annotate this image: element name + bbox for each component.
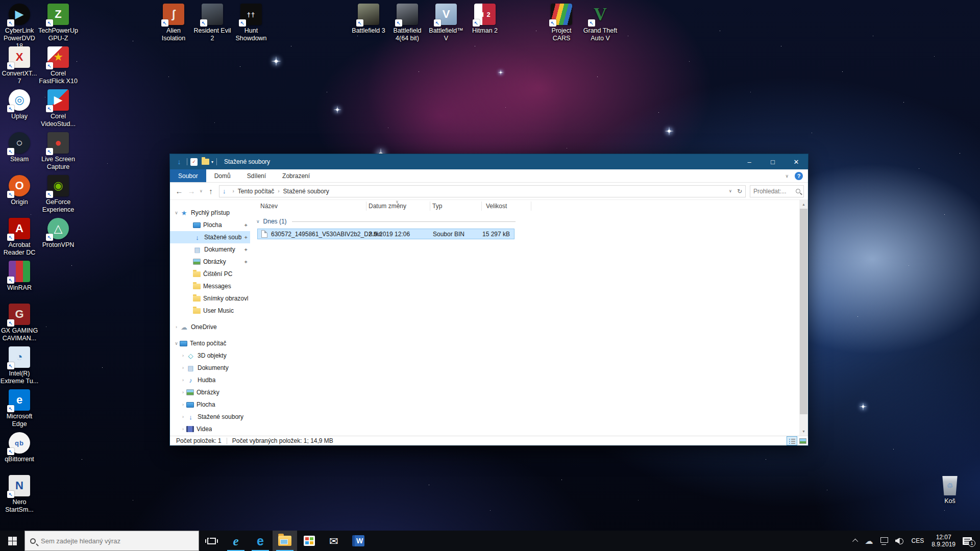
sidebar-item[interactable]: › ☁ OneDrive [170, 321, 250, 333]
sidebar-item[interactable]: Obrázky ✦ [170, 256, 250, 268]
desktop-shortcut[interactable]: ↖ Project CARS [542, 1, 581, 44]
tree-expander-icon[interactable]: › [180, 402, 186, 407]
desktop-shortcut[interactable]: ★ ↖ Corel FastFlick X10 [39, 44, 78, 87]
desktop-shortcut[interactable]: △ ↖ ProtonVPN [39, 215, 78, 258]
back-button[interactable]: ← [173, 187, 185, 195]
network-tray-icon[interactable] [877, 531, 892, 551]
desktop-shortcut[interactable]: A ↖ Acrobat Reader DC [0, 215, 39, 258]
minimize-button[interactable]: – [738, 154, 761, 169]
recent-locations-chevron-icon[interactable]: ∨ [198, 189, 205, 193]
help-icon[interactable]: ? [795, 172, 803, 180]
sidebar-item[interactable]: Messages [170, 280, 250, 292]
refresh-icon[interactable]: ↻ [737, 188, 742, 195]
column-divider[interactable] [531, 202, 531, 211]
taskbar-app-internet-explorer[interactable]: e [224, 531, 248, 551]
address-bar[interactable]: ↓ › Tento počítač › Stažené soubory ∨ ↻ [219, 185, 746, 197]
sidebar-item[interactable]: Plocha ✦ [170, 219, 250, 231]
taskbar-search[interactable] [24, 531, 199, 551]
sidebar-item[interactable]: ↓ Stažené soub ✦ [170, 231, 250, 243]
desktop-shortcut[interactable]: qb ↖ qBittorrent [0, 430, 39, 472]
sidebar-item[interactable]: › ◇ 3D objekty [170, 349, 250, 362]
title-bar[interactable]: ↓ ✓ ▾ Stažené soubory – □ ✕ [170, 154, 808, 169]
explorer-search-box[interactable]: Prohledat:... [750, 185, 804, 197]
tree-expander-icon[interactable]: › [180, 427, 186, 432]
ribbon-tab[interactable]: Domů [206, 169, 239, 182]
sidebar-item[interactable]: › Obrázky [170, 386, 250, 398]
desktop-shortcut[interactable]: O ↖ Origin [0, 172, 39, 215]
task-view-button[interactable] [199, 531, 224, 551]
column-header-type[interactable]: Typ [432, 203, 442, 210]
column-header-size[interactable]: Velikost [486, 203, 507, 210]
sidebar-item[interactable]: User Music [170, 305, 250, 317]
up-button[interactable]: ↑ [205, 187, 217, 195]
desktop-shortcut[interactable]: H 2 ↖ Hitman 2 [465, 1, 504, 44]
tree-expander-icon[interactable]: › [173, 324, 180, 330]
column-divider[interactable] [481, 202, 482, 211]
start-button[interactable] [0, 531, 24, 551]
maximize-button[interactable]: □ [761, 154, 785, 169]
desktop-shortcut[interactable]: V ↖ Grand Theft Auto V [581, 1, 620, 44]
desktop-shortcut[interactable]: ◎ ↖ Uplay [0, 87, 39, 130]
ribbon-tab[interactable]: Zobrazení [274, 169, 318, 182]
desktop-shortcut[interactable]: ○ ↖ Steam [0, 130, 39, 172]
desktop-shortcut[interactable]: ↖ WinRAR [0, 258, 39, 301]
details-view-button[interactable] [787, 436, 797, 445]
breadcrumb-downloads[interactable]: Stažené soubory [283, 188, 329, 195]
sidebar-item[interactable]: › ↓ Stažené soubory [170, 411, 250, 423]
desktop-shortcut[interactable]: V ↖ Battlefield™ V [427, 1, 465, 44]
qat-customize-caret-icon[interactable]: ▾ [211, 160, 213, 164]
column-divider[interactable] [366, 202, 366, 211]
volume-tray-icon[interactable] [892, 531, 908, 551]
tray-overflow-button[interactable] [850, 531, 862, 551]
close-button[interactable]: ✕ [785, 154, 808, 169]
sidebar-item[interactable]: › Plocha [170, 398, 250, 411]
taskbar-app-file-explorer[interactable] [273, 531, 297, 551]
column-divider[interactable] [430, 202, 430, 211]
desktop-shortcut[interactable]: Z ↖ TechPowerUp GPU-Z [39, 1, 78, 44]
language-indicator[interactable]: CES [908, 531, 928, 551]
desktop-shortcut[interactable]: ↖ Battlefield 3 [349, 1, 388, 44]
desktop-shortcut[interactable]: ▶ ↖ CyberLink PowerDVD 18 [0, 1, 39, 44]
forward-button[interactable]: → [185, 187, 198, 195]
sidebar-item[interactable]: ▤ Dokumenty ✦ [170, 243, 250, 256]
sidebar-item[interactable]: › Videa [170, 423, 250, 435]
sidebar-item[interactable]: Čištění PC [170, 268, 250, 280]
action-center-icon[interactable]: 1 [963, 537, 972, 545]
desktop-shortcut[interactable]: ↖ Resident Evil 2 [193, 1, 232, 44]
desktop-shortcut[interactable]: ◉ ↖ GeForce Experience [39, 172, 78, 215]
clock[interactable]: 12:07 8.9.2019 [927, 534, 960, 548]
desktop-shortcut[interactable]: X ↖ ConvertXT... 7 [0, 44, 39, 87]
desktop-shortcut[interactable]: ● ↖ Live Screen Capture [39, 130, 78, 172]
tree-expander-icon[interactable]: › [180, 365, 186, 370]
taskbar-app-edge[interactable]: e [248, 531, 273, 551]
sidebar-item[interactable]: Snímky obrazovl [170, 292, 250, 305]
address-dropdown-chevron-icon[interactable]: ∨ [729, 189, 732, 193]
tree-expander-icon[interactable]: › [180, 353, 186, 358]
new-folder-qat-icon[interactable] [202, 159, 209, 165]
onedrive-tray-icon[interactable]: ☁ [862, 531, 877, 551]
file-row[interactable]: 630572_1495861_V530ABIV2b2_D2.bin 8.9.20… [257, 229, 514, 239]
ribbon-collapse-chevron-icon[interactable]: ∨ [785, 173, 789, 179]
ribbon-tab[interactable]: Sdílení [239, 169, 274, 182]
recycle-bin[interactable]: ♲ Koš [930, 476, 969, 505]
tree-expander-icon[interactable]: › [180, 378, 186, 383]
desktop-shortcut[interactable]: e ↖ Microsoft Edge [0, 387, 39, 430]
column-header-date[interactable]: Datum změny [369, 203, 406, 210]
column-header-name[interactable]: Název [260, 203, 278, 210]
desktop-shortcut[interactable]: N ↖ Nero StartSm... [0, 472, 39, 515]
tree-expander-icon[interactable]: ∨ [173, 210, 180, 215]
desktop-shortcut[interactable]: ▶ ↖ Corel VideoStud... [39, 87, 78, 130]
group-header[interactable]: ∨ Dnes (1) [250, 218, 516, 225]
tree-expander-icon[interactable]: ∨ [173, 341, 180, 346]
group-collapse-chevron-icon[interactable]: ∨ [256, 219, 260, 224]
desktop-shortcut[interactable]: ʃ ↖ Alien Isolation [154, 1, 193, 44]
tree-expander-icon[interactable]: › [180, 414, 186, 419]
sidebar-item[interactable]: ∨ ★ Rychlý přístup [170, 207, 250, 219]
taskbar-app-mail[interactable]: ✉ [322, 531, 346, 551]
breadcrumb-this-pc[interactable]: Tento počítač [238, 188, 274, 195]
sidebar-item[interactable]: › ♪ Hudba [170, 374, 250, 386]
properties-qat-icon[interactable]: ✓ [190, 158, 198, 166]
taskbar-app-store[interactable] [297, 531, 322, 551]
sidebar-item[interactable]: ∨ Tento počítač [170, 337, 250, 349]
taskbar-search-input[interactable] [41, 537, 193, 545]
